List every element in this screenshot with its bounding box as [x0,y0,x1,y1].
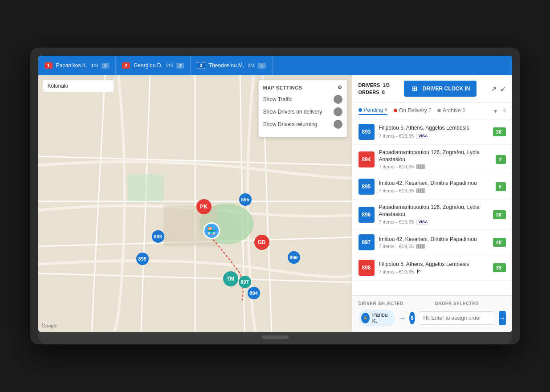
order-address-894: Papadiamantopoulou 126, Zografou, Lydia … [379,149,491,163]
google-label: Google [42,323,57,328]
driver-tm-marker[interactable]: TM [223,271,238,286]
app-container: 1 Papanikos K. 1/3 6' 2 Georgiou D. 2/3 … [38,56,512,332]
assign-button[interactable]: → [499,311,506,325]
order-num-896: 896 [359,207,375,223]
laptop-base [38,332,512,344]
assign-arrow-icon: → [499,314,506,322]
driver-chip[interactable]: 🚴 Panou K. [359,310,395,327]
order-item-897[interactable]: 897 Imittou 42, Kesariani, Dimitris Papa… [352,230,512,255]
archive-count: 8 [462,108,465,113]
delivery-dot [394,109,397,112]
map-settings-title: MAP SETTINGS [263,85,302,90]
order-895-marker[interactable]: 895 [239,193,252,206]
payment-cash-icon [416,164,425,169]
driver-2-name: Georgiou D. [134,62,163,69]
drivers-returning-label: Show Drivers returning [263,121,318,127]
order-info-893: Filipotou 5, Athens, Aggelos Lembesis 7 … [379,125,489,139]
orders-count: 8 [382,90,385,95]
order-items-894: 7 items - €19,65 [379,164,414,169]
shrink-icon[interactable]: ↙ [500,85,506,93]
map-settings-panel: MAP SETTINGS ⚙ Show Traffic Show Drivers… [258,80,347,137]
order-time-895: 5' [496,182,506,191]
traffic-label: Show Traffic [263,96,293,102]
order-893-marker[interactable]: 893 [152,230,164,243]
payment-cash-icon [416,188,425,193]
order-info-895: Imittou 42, Kesariani, Dimitris Papadimo… [379,180,491,193]
expand-icons: ↗ ↙ [491,85,506,93]
driver-tab-3[interactable]: 3 Theodosiou M. 2/3 3' [191,56,272,75]
order-items-895: 7 items - €19,65 [379,188,414,193]
tab-extra-count: 9 [503,108,506,113]
google-logo: Google [42,323,57,328]
drivers-delivery-toggle[interactable] [334,107,342,116]
tabs-bar: Pending 6 On Delivery 7 Archive 8 [352,102,512,119]
order-894-marker[interactable]: 894 [248,287,260,299]
traffic-row: Show Traffic [263,95,342,104]
order-address-896: Papadiamantopoulou 126, Zografou, Lydia … [379,204,489,218]
assign-row: 🚴 Panou K. → 8 → [359,310,506,327]
payment-visa-icon: VISA [416,219,429,225]
laptop-notch [262,335,289,339]
order-item-896[interactable]: 896 Papadiamantopoulou 126, Zografou, Ly… [352,200,512,230]
order-num-895: 895 [359,179,375,195]
archive-dot [437,109,441,112]
orders-label: ORDERS [359,90,379,95]
order-item-894[interactable]: 894 Papadiamantopoulou 126, Zografou, Ly… [352,145,512,174]
expand-icon[interactable]: ↗ [491,85,497,93]
assign-labels: DRIVER SELECTED ORDER SELECTED [359,301,506,306]
tab-on-delivery[interactable]: On Delivery 7 [394,107,431,114]
drivers-delivery-row: Show Drivers on delivery [263,107,342,116]
map-area: Kolonaki MAP SETTINGS ⚙ Show Traffic [38,75,352,332]
driver-1-badge: 1 [45,62,53,69]
payment-visa-icon: VISA [416,133,429,139]
drivers-returning-toggle[interactable] [334,120,342,129]
driver-tab-2[interactable]: 2 Georgiou D. 2/3 3' [116,56,191,75]
main-content: Kolonaki MAP SETTINGS ⚙ Show Traffic [38,75,512,332]
traffic-toggle[interactable] [334,95,342,104]
order-time-894: 2' [496,155,506,164]
order-info-898: Filipotou 5, Athens, Aggelos Lembesis 7 … [379,261,489,275]
order-time-898: 35' [493,263,506,272]
order-896-marker[interactable]: 896 [288,251,300,264]
driver-2-tag: 3' [176,63,184,69]
driver-pk-marker[interactable]: PK [196,199,212,214]
driver-stats: DRIVERS 1/3 ORDERS 8 [359,82,390,96]
driver-3-name: Theodosiou M. [209,62,244,69]
order-info-894: Papadiamantopoulou 126, Zografou, Lydia … [379,149,491,169]
order-address-898: Filipotou 5, Athens, Aggelos Lembesis [379,261,489,268]
order-num-893: 893 [359,124,375,140]
order-info-896: Papadiamantopoulou 126, Zografou, Lydia … [379,204,489,225]
order-chip: 8 [409,312,415,324]
order-items-897: 7 items - €19,65 [379,244,414,249]
tab-pending[interactable]: Pending 6 [359,107,388,115]
assign-input[interactable] [419,311,495,325]
tabs-chevron[interactable]: ▾ [494,107,497,114]
pending-label: Pending [364,107,383,113]
driver-3-tag: 3' [258,63,265,69]
order-item-893[interactable]: 893 Filipotou 5, Athens, Aggelos Lembesi… [352,119,512,145]
orders-list: 893 Filipotou 5, Athens, Aggelos Lembesi… [352,119,512,295]
clock-in-button[interactable]: ⊞ DRIVER CLOCK IN [404,81,477,97]
order-item-898[interactable]: 898 Filipotou 5, Athens, Aggelos Lembesi… [352,255,512,281]
driver-3-badge: 3 [197,62,205,69]
svg-rect-11 [127,174,163,201]
payment-flag-icon: 🏳 [416,269,422,275]
order-num-894: 894 [359,151,375,167]
archive-label: Archive [443,107,460,114]
order-898-marker[interactable]: 898 [136,253,149,265]
order-item-895[interactable]: 895 Imittou 42, Kesariani, Dimitris Papa… [352,174,512,200]
drivers-delivery-label: Show Drivers on delivery [263,109,322,115]
driver-gd-marker[interactable]: GD [254,235,269,250]
order-address-897: Imittou 42, Kesariani, Dimitris Papadimo… [379,236,489,243]
map-search-box[interactable]: Kolonaki [43,80,114,92]
delivery-label: On Delivery [399,107,427,114]
driver-selected-label: DRIVER SELECTED [359,301,403,306]
driver-3-orders: 2/3 [248,63,254,68]
driver-tab-1[interactable]: 1 Papanikos K. 1/3 6' [38,56,116,75]
order-meta-896: 7 items - €19,65 VISA [379,219,489,225]
driver-2-orders: 2/3 [166,63,173,68]
order-897-marker[interactable]: 897 [239,276,251,288]
order-meta-897: 7 items - €19,65 [379,244,489,249]
tab-archive[interactable]: Archive 8 [437,107,465,114]
arrow-icon: → [399,314,406,322]
